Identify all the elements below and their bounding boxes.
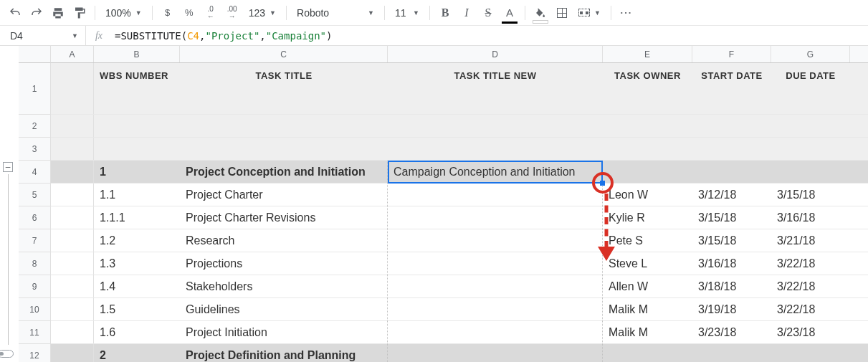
cell[interactable] xyxy=(603,115,692,137)
fill-handle[interactable] xyxy=(600,181,605,186)
increase-decimal-button[interactable]: .00→ xyxy=(223,4,242,22)
cell-due[interactable]: 3/22/18 xyxy=(771,275,850,297)
cell-task-title[interactable]: Project Conception and Initiation xyxy=(180,161,388,183)
cell-due[interactable]: 3/23/18 xyxy=(771,321,850,343)
row-header[interactable]: 7 xyxy=(19,229,51,252)
cell-owner[interactable]: Allen W xyxy=(603,275,692,297)
col-header[interactable]: B xyxy=(94,46,180,62)
row-header[interactable]: 6 xyxy=(19,206,51,229)
cell-wbs[interactable]: 1.1 xyxy=(94,184,180,206)
cell-task-title[interactable]: Guidelines xyxy=(180,298,388,320)
cell[interactable] xyxy=(388,252,603,275)
cell-due[interactable]: 3/21/18 xyxy=(771,229,850,252)
cell-task-title-new[interactable]: Campaign Conception and Initiation xyxy=(388,161,603,183)
col-header[interactable]: F xyxy=(692,46,771,62)
font-size-select[interactable]: 11▼ xyxy=(391,4,424,22)
cell-wbs[interactable]: 1 xyxy=(94,161,180,183)
cell[interactable] xyxy=(388,229,603,252)
row-header[interactable]: 11 xyxy=(19,321,51,344)
row-header[interactable]: 8 xyxy=(19,252,51,275)
collapse-group-button[interactable]: – xyxy=(3,162,13,172)
cell-owner[interactable]: Malik M xyxy=(603,321,692,343)
font-select[interactable]: Roboto▼ xyxy=(292,4,378,22)
cell-start[interactable]: 3/15/18 xyxy=(692,229,771,252)
cell-wbs[interactable]: 2 xyxy=(94,344,180,362)
cell-owner[interactable]: Pete S xyxy=(603,229,692,252)
cell-wbs[interactable]: 1.5 xyxy=(94,298,180,320)
row-header[interactable]: 2 xyxy=(19,115,51,138)
cell-task-title[interactable]: Projections xyxy=(180,252,388,275)
cell[interactable] xyxy=(388,184,603,206)
cell-wbs[interactable]: 1.2 xyxy=(94,229,180,252)
cell[interactable] xyxy=(94,115,180,137)
col-header[interactable]: E xyxy=(603,46,692,62)
header-wbs[interactable]: WBS NUMBER xyxy=(94,63,180,114)
spreadsheet-grid[interactable]: – 1 2 3 4 5 6 7 8 9 10 11 12 A B C D E F… xyxy=(19,46,868,362)
cell-wbs[interactable]: 1.4 xyxy=(94,275,180,297)
cell[interactable] xyxy=(388,321,603,343)
cell-owner[interactable]: Kylie R xyxy=(603,206,692,229)
cell-wbs[interactable]: 1.6 xyxy=(94,321,180,343)
header-task-owner[interactable]: TASK OWNER xyxy=(603,63,692,114)
cell[interactable] xyxy=(388,275,603,297)
undo-button[interactable] xyxy=(6,4,24,22)
cell-task-title[interactable]: Project Charter xyxy=(180,184,388,206)
cell[interactable] xyxy=(603,344,692,362)
col-header[interactable]: D xyxy=(388,46,603,62)
cell-owner[interactable]: Malik M xyxy=(603,298,692,320)
cell-due[interactable]: 3/15/18 xyxy=(771,184,850,206)
cell-owner[interactable]: Leon W xyxy=(603,184,692,206)
cell[interactable] xyxy=(51,321,94,343)
decrease-decimal-button[interactable]: .0← xyxy=(201,4,220,22)
cell[interactable] xyxy=(771,138,850,160)
header-task-title-new[interactable]: TASK TITLE NEW xyxy=(388,63,603,114)
select-all-corner[interactable] xyxy=(19,46,51,63)
number-format-select[interactable]: 123▼ xyxy=(244,4,280,22)
print-button[interactable] xyxy=(49,4,67,22)
cell[interactable] xyxy=(692,344,771,362)
cell[interactable] xyxy=(388,344,603,362)
cell[interactable] xyxy=(51,298,94,320)
header-due-date[interactable]: DUE DATE xyxy=(771,63,850,114)
cell-task-title[interactable]: Stakeholders xyxy=(180,275,388,297)
cell-due[interactable]: 3/22/18 xyxy=(771,298,850,320)
header-start-date[interactable]: START DATE xyxy=(692,63,771,114)
cell-start[interactable]: 3/12/18 xyxy=(692,184,771,206)
cell-wbs[interactable]: 1.1.1 xyxy=(94,206,180,229)
cell-start[interactable]: 3/23/18 xyxy=(692,321,771,343)
cell-task-title[interactable]: Research xyxy=(180,229,388,252)
col-header[interactable]: C xyxy=(180,46,388,62)
cell[interactable] xyxy=(51,138,94,160)
formula-input[interactable]: =SUBSTITUTE(C4,"Project","Campaign") xyxy=(112,30,868,42)
text-color-button[interactable]: A xyxy=(500,4,519,22)
cell[interactable] xyxy=(51,252,94,275)
row-header[interactable]: 12 xyxy=(19,344,51,362)
merge-cells-button[interactable]: ▼ xyxy=(574,4,605,22)
cell[interactable] xyxy=(180,138,388,160)
cell-due[interactable]: 3/22/18 xyxy=(771,252,850,275)
paint-format-button[interactable] xyxy=(70,4,89,22)
cell-task-title[interactable]: Project Charter Revisions xyxy=(180,206,388,229)
cell[interactable] xyxy=(51,275,94,297)
cell[interactable] xyxy=(180,115,388,137)
cell[interactable] xyxy=(388,206,603,229)
cell[interactable] xyxy=(94,138,180,160)
redo-button[interactable] xyxy=(27,4,46,22)
italic-button[interactable]: I xyxy=(457,4,476,22)
row-header[interactable]: 3 xyxy=(19,138,51,161)
col-header[interactable]: A xyxy=(51,46,94,62)
cell[interactable] xyxy=(603,138,692,160)
cell[interactable] xyxy=(692,138,771,160)
cell-due[interactable]: 3/16/18 xyxy=(771,206,850,229)
cell[interactable] xyxy=(51,206,94,229)
row-header[interactable]: 1 xyxy=(19,63,51,115)
cell-start[interactable]: 3/19/18 xyxy=(692,298,771,320)
cell-start[interactable]: 3/16/18 xyxy=(692,252,771,275)
name-box[interactable]: D4▼ xyxy=(0,26,86,45)
cell[interactable] xyxy=(51,229,94,252)
header-task-title[interactable]: TASK TITLE xyxy=(180,63,388,114)
cell[interactable] xyxy=(603,161,692,183)
cell[interactable] xyxy=(388,115,603,137)
cell[interactable] xyxy=(51,63,94,114)
outline-toggle[interactable] xyxy=(0,350,14,358)
